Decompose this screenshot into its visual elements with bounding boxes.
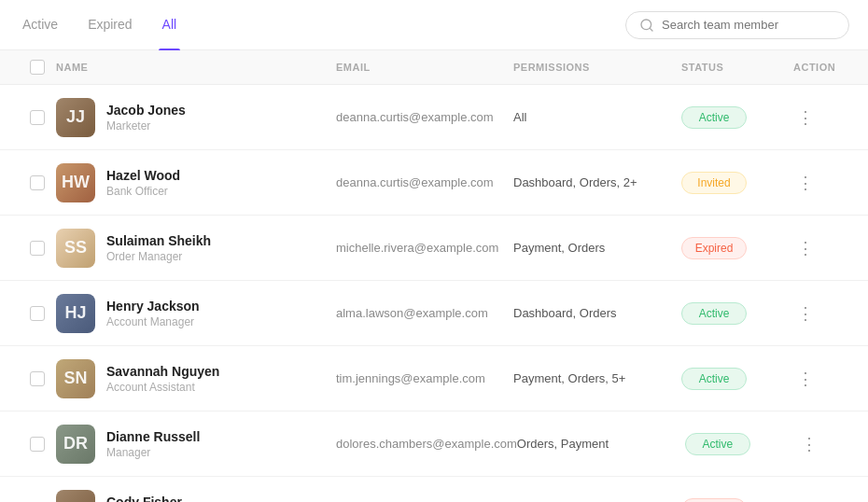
table-row: SN Savannah Nguyen Account Assistant tim…: [0, 346, 868, 411]
row-checkbox-5[interactable]: [30, 437, 45, 452]
member-role-2: Order Manager: [106, 250, 211, 263]
email-cell-0: deanna.curtis@example.com: [336, 110, 513, 124]
svg-line-1: [650, 28, 652, 31]
status-cell-4: Active: [681, 368, 793, 390]
member-role-1: Bank Officer: [106, 185, 180, 198]
table-row: JJ Jacob Jones Marketer deanna.curtis@ex…: [0, 85, 868, 150]
member-role-5: Manager: [106, 446, 200, 459]
permissions-cell-2: Payment, Orders: [513, 241, 681, 255]
email-cell-4: tim.jennings@example.com: [336, 371, 513, 385]
header-status: STATUS: [681, 60, 793, 75]
table-row: HJ Henry Jackson Account Manager alma.la…: [0, 281, 868, 346]
avatar-6: CF: [56, 490, 95, 503]
tab-group: Active Expired All: [19, 0, 180, 50]
member-role-0: Marketer: [106, 119, 186, 132]
member-role-4: Account Assistant: [106, 381, 219, 394]
row-checkbox-col: [19, 241, 56, 256]
row-checkbox-col: [19, 437, 56, 452]
member-name-0: Jacob Jones: [106, 103, 186, 118]
table-row: DR Dianne Russell Manager dolores.chambe…: [0, 411, 868, 477]
member-cell-0: JJ Jacob Jones Marketer: [56, 98, 336, 137]
action-cell-3: ⋮: [793, 300, 849, 328]
status-cell-5: Active: [685, 433, 797, 455]
permissions-cell-5: Orders, Payment: [517, 437, 685, 451]
table-header: NAME EMAIL PERMISSIONS STATUS ACTION: [0, 50, 868, 85]
email-cell-2: michelle.rivera@example.com: [336, 241, 513, 255]
action-cell-5: ⋮: [797, 430, 853, 458]
member-info-3: Henry Jackson Account Manager: [106, 299, 200, 328]
action-button-6[interactable]: ⋮: [793, 495, 818, 503]
status-cell-1: Invited: [681, 172, 793, 194]
permissions-cell-3: Dashboard, Orders: [513, 306, 681, 320]
status-badge-1: Invited: [681, 172, 747, 194]
table-body: JJ Jacob Jones Marketer deanna.curtis@ex…: [0, 85, 868, 502]
action-cell-1: ⋮: [793, 169, 849, 197]
permissions-cell-0: All: [513, 110, 681, 124]
row-checkbox-col: [19, 306, 56, 321]
member-info-4: Savannah Nguyen Account Assistant: [106, 364, 219, 394]
row-checkbox-col: [19, 110, 56, 125]
action-button-1[interactable]: ⋮: [793, 169, 818, 197]
avatar-initials-3: HJ: [56, 294, 95, 333]
row-checkbox-0[interactable]: [30, 110, 45, 125]
action-cell-6: ⋮: [793, 495, 849, 503]
member-name-2: Sulaiman Sheikh: [106, 233, 211, 248]
avatar-0: JJ: [56, 98, 95, 137]
action-cell-2: ⋮: [793, 234, 849, 262]
search-box[interactable]: [625, 11, 849, 39]
avatar-5: DR: [56, 425, 95, 464]
action-button-5[interactable]: ⋮: [797, 430, 821, 458]
member-cell-6: CF Cody Fisher Refund Manager: [56, 490, 336, 503]
tab-expired[interactable]: Expired: [84, 0, 135, 50]
email-cell-3: alma.lawson@example.com: [336, 306, 513, 320]
member-cell-5: DR Dianne Russell Manager: [56, 425, 336, 464]
member-info-2: Sulaiman Sheikh Order Manager: [106, 233, 211, 263]
row-checkbox-2[interactable]: [30, 241, 45, 256]
member-info-5: Dianne Russell Manager: [106, 429, 200, 459]
email-cell-5: dolores.chambers@example.com: [336, 437, 517, 451]
status-badge-5: Active: [685, 433, 750, 455]
member-info-0: Jacob Jones Marketer: [106, 103, 186, 132]
header-name: NAME: [56, 60, 336, 75]
member-cell-3: HJ Henry Jackson Account Manager: [56, 294, 336, 333]
avatar-initials-1: HW: [56, 163, 95, 202]
action-button-2[interactable]: ⋮: [793, 234, 818, 262]
action-cell-4: ⋮: [793, 365, 849, 393]
tab-active[interactable]: Active: [19, 0, 62, 50]
action-button-0[interactable]: ⋮: [793, 104, 818, 132]
row-checkbox-3[interactable]: [30, 306, 45, 321]
permissions-cell-1: Dashboard, Orders, 2+: [513, 175, 681, 189]
member-name-4: Savannah Nguyen: [106, 364, 219, 379]
header-permissions: PERMISSIONS: [513, 60, 681, 75]
status-badge-0: Active: [681, 106, 747, 129]
tab-expired-label: Expired: [88, 17, 132, 32]
header-action: ACTION: [793, 60, 849, 75]
select-all-checkbox[interactable]: [30, 60, 45, 75]
row-checkbox-1[interactable]: [30, 175, 45, 190]
status-badge-2: Expired: [681, 237, 747, 259]
status-badge-4: Active: [681, 368, 747, 390]
row-checkbox-4[interactable]: [30, 371, 45, 386]
member-cell-1: HW Hazel Wood Bank Officer: [56, 163, 336, 202]
status-cell-6: Expired: [681, 498, 793, 503]
member-name-3: Henry Jackson: [106, 299, 200, 314]
table-container: NAME EMAIL PERMISSIONS STATUS ACTION JJ …: [0, 50, 868, 502]
status-cell-3: Active: [681, 302, 793, 325]
table-row: SS Sulaiman Sheikh Order Manager michell…: [0, 216, 868, 281]
avatar-1: HW: [56, 163, 95, 202]
search-input[interactable]: [662, 18, 835, 32]
avatar-2: SS: [56, 229, 95, 268]
avatar-initials-6: CF: [56, 490, 95, 503]
avatar-3: HJ: [56, 294, 95, 333]
action-button-4[interactable]: ⋮: [793, 365, 818, 393]
action-button-3[interactable]: ⋮: [793, 300, 818, 328]
member-cell-2: SS Sulaiman Sheikh Order Manager: [56, 229, 336, 268]
member-name-1: Hazel Wood: [106, 168, 180, 183]
tabs-container: Active Expired All: [0, 0, 868, 50]
status-badge-6: Expired: [681, 498, 747, 503]
tab-all[interactable]: All: [159, 0, 181, 50]
row-checkbox-col: [19, 371, 56, 386]
tab-all-label: All: [162, 17, 177, 32]
avatar-4: SN: [56, 359, 95, 398]
search-icon: [639, 18, 654, 33]
